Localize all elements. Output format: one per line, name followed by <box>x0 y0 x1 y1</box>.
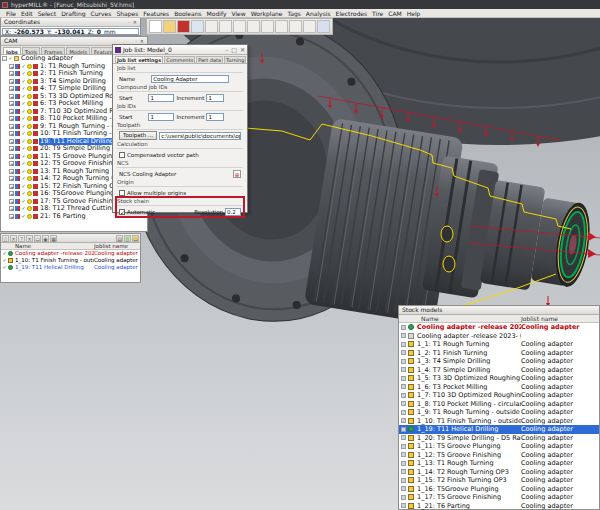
name-field[interactable]: Cooling Adapter <box>151 75 229 83</box>
expand-icon[interactable]: + <box>9 169 14 174</box>
stock-model-row[interactable]: 1_6: T3 Pocket Milling Cooling adapter <box>399 383 599 392</box>
expand-icon[interactable]: + <box>9 94 14 99</box>
stock-model-row[interactable]: 1_8: T10 Pocket Milling - circular Cooli… <box>399 400 599 409</box>
archive-icon[interactable]: ▭ <box>132 235 139 242</box>
stock-model-row[interactable]: 1_15: T2 Finish Turning OP3 Cooling adap… <box>399 476 599 485</box>
stock-model-row[interactable]: 1_11: T5 Groove Plunging Cooling adapter <box>399 442 599 451</box>
stock-model-row[interactable]: 1_21: T6 Parting Cooling adapter <box>399 502 599 510</box>
menu-item-select[interactable]: Select <box>38 9 57 17</box>
delete-icon[interactable]: ✕ <box>10 235 17 242</box>
expand-icon[interactable]: + <box>9 101 14 106</box>
expand-icon[interactable]: + <box>9 206 14 211</box>
expand-icon[interactable]: + <box>9 161 14 166</box>
menu-item-tire[interactable]: Tire <box>372 9 383 17</box>
stock-model-row[interactable]: 1_7: T10 3D Optimized Roughing Cooling a… <box>399 391 599 400</box>
job-start-field[interactable]: 1 <box>148 113 174 121</box>
expand-icon[interactable]: + <box>9 199 14 204</box>
stock-model-row[interactable]: 1_20: T9 Simple Drilling - D5 Radial Coo… <box>399 434 599 443</box>
toolbar-icon[interactable] <box>233 20 246 33</box>
report-icon[interactable]: ▯ <box>124 235 131 242</box>
stock-model-row[interactable]: 1_5: T3 3D Optimized Roughing Cooling ad… <box>399 374 599 383</box>
menu-item-drafting[interactable]: Drafting <box>61 9 85 17</box>
tab-frames[interactable]: Frames <box>41 47 65 54</box>
menu-item-booleans[interactable]: Booleans <box>174 9 201 17</box>
toolbar-icon[interactable] <box>149 20 162 33</box>
ncs-select-icon[interactable]: ⊕ <box>233 170 241 178</box>
column-joblist-name[interactable]: Joblist name <box>94 243 140 249</box>
column-name[interactable]: Name <box>1 243 94 249</box>
expand-icon[interactable]: + <box>9 176 14 181</box>
dialog-tab-part-data[interactable]: Part data <box>196 56 223 63</box>
stock-model-row[interactable]: Cooling adapter -release 2023- 02 Turn S… <box>399 332 599 341</box>
stock-model-row[interactable]: 1_16: T5Groove Plunging Cooling adapter <box>399 485 599 494</box>
stock-model-row[interactable]: 1_1: T1 Rough Turning Cooling adapter <box>399 340 599 349</box>
toolbar-icon[interactable] <box>219 20 232 33</box>
expand-icon[interactable]: + <box>9 109 14 114</box>
stock-model-row[interactable]: 1_4: T7 Simple Drilling Cooling adapter <box>399 366 599 375</box>
job-increment-field[interactable]: 1 <box>206 113 224 121</box>
menu-item-curves[interactable]: Curves <box>91 9 112 17</box>
help-icon[interactable]: ? <box>18 235 25 242</box>
stock-model-row[interactable]: 1_19: T11 Helical Drilling Cooling adapt… <box>399 425 599 434</box>
toolbar-icon[interactable] <box>261 20 274 33</box>
stock-model-row[interactable]: 1_9: T1 Rough Turning - outside Cooling … <box>399 408 599 417</box>
remove-icon[interactable]: ✕ <box>26 235 33 242</box>
expand-icon[interactable]: + <box>9 79 14 84</box>
expand-icon[interactable]: + <box>9 146 14 151</box>
joblist-row[interactable]: ✓ 1_10: T1 Finish Turning - outside Cool… <box>1 257 140 264</box>
table-icon[interactable]: ▦ <box>50 235 57 242</box>
dialog-titlebar[interactable]: Job list: Model_0 – □ ✕ <box>113 45 247 55</box>
menu-item-file[interactable]: File <box>6 9 16 17</box>
expand-icon[interactable]: + <box>9 124 14 129</box>
dialog-tab-job-list-settings[interactable]: Job list settings <box>115 56 163 63</box>
stock-model-row[interactable]: 1_10: T1 Finish Turning - outside Coolin… <box>399 417 599 426</box>
expand-icon[interactable]: + <box>9 86 14 91</box>
toolbar-icon[interactable] <box>275 20 288 33</box>
joblist-row[interactable]: ✓ Cooling adapter -release 2023- 02 Mill… <box>1 250 140 257</box>
coordinate-readout[interactable]: X:-260.573 Y:-130.041 Z:0 mm <box>2 28 139 35</box>
automatic-checkbox[interactable] <box>119 209 125 215</box>
expand-icon[interactable]: + <box>9 154 14 159</box>
expand-icon[interactable]: + <box>9 116 14 121</box>
tab-jobs[interactable]: Jobs <box>3 47 21 54</box>
column-joblist-name[interactable]: Joblist name <box>521 315 599 322</box>
toolpath-button[interactable]: Toolpath ... <box>119 131 157 140</box>
print-icon[interactable]: ▤ <box>116 235 123 242</box>
stock-model-row[interactable]: 1_17: T5 Groove Finishing Cooling adapte… <box>399 493 599 502</box>
menu-item-shapes[interactable]: Shapes <box>116 9 138 17</box>
toolbar-icon[interactable] <box>177 20 190 33</box>
pin-icon[interactable]: ◦ <box>128 18 131 26</box>
minimize-icon[interactable]: – <box>225 45 228 54</box>
menu-item-modify[interactable]: Modify <box>207 9 227 17</box>
close-icon[interactable]: ✕ <box>240 45 245 54</box>
menu-item-view[interactable]: View <box>231 9 245 17</box>
stock-model-row[interactable]: 1_13: T1 Rough Turning Cooling adapter <box>399 459 599 468</box>
compensated-vector-path-checkbox[interactable] <box>119 152 125 158</box>
toolbar-icon[interactable] <box>191 20 204 33</box>
compound-increment-field[interactable]: 1 <box>206 94 224 102</box>
toolbar-icon[interactable] <box>289 20 302 33</box>
expand-icon[interactable]: + <box>9 131 14 136</box>
eye-icon[interactable]: ◉ <box>42 235 49 242</box>
dialog-tab-turning[interactable]: Turning <box>224 56 246 63</box>
menu-item-help[interactable]: Help <box>407 9 421 17</box>
menu-item-analysis[interactable]: Analysis <box>306 9 331 17</box>
new-joblist-icon[interactable]: ▯ <box>2 235 9 242</box>
toolbar-icon[interactable] <box>247 20 260 33</box>
tab-tools[interactable]: Tools <box>22 47 40 54</box>
stock-model-row[interactable]: 1_12: T5 Groove Finishing Cooling adapte… <box>399 451 599 460</box>
stock-model-row[interactable]: Cooling adapter -release 2023- 02 Stock … <box>399 323 599 332</box>
toolbar-icon[interactable] <box>317 20 330 33</box>
collapse-icon[interactable]: - <box>2 56 7 61</box>
expand-icon[interactable]: + <box>9 139 14 144</box>
stock-model-row[interactable]: 1_3: T4 Simple Drilling Cooling adapter <box>399 357 599 366</box>
toolbar-icon[interactable] <box>163 20 176 33</box>
expand-icon[interactable]: + <box>9 191 14 196</box>
menu-item-edit[interactable]: Edit <box>21 9 33 17</box>
expand-icon[interactable]: + <box>9 184 14 189</box>
expand-icon[interactable]: + <box>9 71 14 76</box>
resolution-field[interactable]: 0.2 <box>225 208 241 216</box>
stock-model-row[interactable]: 1_14: T2 Rough Turning OP3 Cooling adapt… <box>399 468 599 477</box>
folder-icon[interactable]: ▭ <box>34 235 41 242</box>
column-name[interactable]: Name <box>399 315 521 322</box>
